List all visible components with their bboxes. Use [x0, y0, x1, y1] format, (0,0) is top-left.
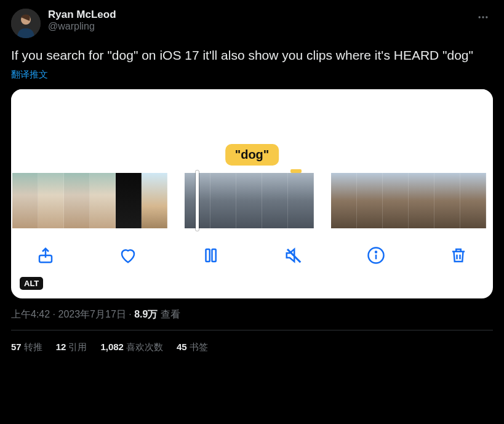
clip-frame — [142, 173, 167, 228]
clip-frame — [236, 173, 262, 228]
alt-badge[interactable]: ALT — [20, 277, 43, 290]
tweet-meta: 上午4:42 · 2023年7月17日 · 8.9万 查看 — [11, 308, 493, 321]
mute-button[interactable] — [281, 243, 306, 268]
svg-rect-7 — [212, 249, 216, 262]
clip-frame — [434, 173, 460, 228]
likes-stat[interactable]: 1,082喜欢次数 — [100, 342, 163, 353]
clip-frame — [64, 173, 90, 228]
svg-point-2 — [479, 16, 481, 18]
views-count[interactable]: 8.9万 — [134, 309, 158, 319]
tweet-stats: 57转推 12引用 1,082喜欢次数 45书签 — [11, 330, 493, 353]
share-button[interactable] — [33, 243, 58, 268]
clip-frame — [409, 173, 434, 228]
clip-group[interactable] — [12, 173, 167, 228]
like-button[interactable] — [116, 243, 140, 268]
handle[interactable]: @warpling — [48, 21, 473, 32]
clip-group[interactable] — [331, 173, 486, 228]
playhead[interactable] — [196, 170, 199, 231]
transcript-bubble: "dog" — [225, 144, 279, 166]
clip-frame — [357, 173, 383, 228]
media-attachment[interactable]: "dog" — [11, 89, 493, 298]
retweets-stat[interactable]: 57转推 — [11, 342, 42, 353]
tweet-text: If you search for "dog" on iOS 17 it'll … — [11, 47, 493, 64]
clip-frame — [210, 173, 236, 228]
tweet-header: Ryan McLeod @warpling — [11, 9, 493, 38]
bookmarks-stat[interactable]: 45书签 — [177, 342, 208, 353]
display-name[interactable]: Ryan McLeod — [48, 9, 473, 21]
clip-frame — [288, 173, 314, 228]
svg-point-3 — [482, 16, 484, 18]
svg-rect-6 — [206, 249, 210, 262]
avatar[interactable] — [11, 9, 41, 38]
media-toolbar — [11, 228, 493, 268]
tweet-container: Ryan McLeod @warpling If you search for … — [0, 0, 504, 353]
clip-group[interactable] — [185, 173, 314, 228]
info-button[interactable] — [364, 243, 388, 268]
quotes-stat[interactable]: 12引用 — [56, 342, 87, 353]
user-block: Ryan McLeod @warpling — [48, 9, 473, 32]
svg-point-11 — [375, 252, 377, 253]
clip-frame — [331, 173, 357, 228]
more-button[interactable] — [473, 9, 493, 28]
clip-frame — [116, 173, 142, 228]
delete-button[interactable] — [446, 243, 471, 268]
clip-frame — [262, 173, 288, 228]
views-label: 查看 — [158, 309, 180, 319]
clip-frame — [383, 173, 409, 228]
clip-frame — [38, 173, 64, 228]
video-filmstrip[interactable] — [11, 173, 493, 228]
translate-link[interactable]: 翻译推文 — [11, 69, 48, 81]
tweet-date[interactable]: 2023年7月17日 — [58, 309, 126, 319]
svg-point-4 — [486, 16, 487, 18]
media-caption-area: "dog" — [11, 89, 493, 173]
pause-button[interactable] — [198, 243, 223, 268]
clip-frame — [12, 173, 38, 228]
clip-frame — [460, 173, 486, 228]
clip-frame — [90, 173, 116, 228]
tweet-time[interactable]: 上午4:42 — [11, 309, 50, 319]
